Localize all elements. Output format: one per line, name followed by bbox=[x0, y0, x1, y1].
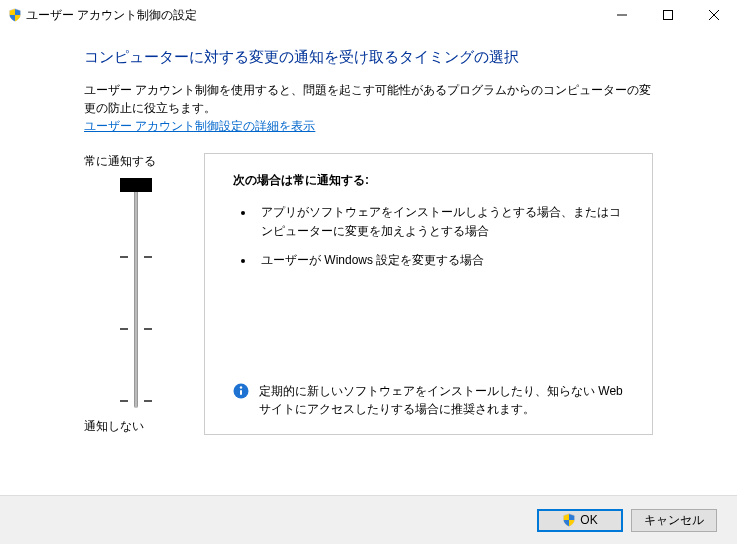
svg-rect-5 bbox=[240, 390, 242, 395]
info-icon bbox=[233, 383, 249, 399]
slider-tick bbox=[144, 400, 152, 402]
uac-slider[interactable] bbox=[84, 178, 204, 408]
ok-button[interactable]: OK bbox=[537, 509, 623, 532]
slider-column: 常に通知する 通知しない bbox=[84, 153, 204, 435]
slider-tick bbox=[120, 400, 128, 402]
slider-tick bbox=[144, 328, 152, 330]
description-line: ユーザー アカウント制御を使用すると、問題を起こす可能性があるプログラムからのコ… bbox=[84, 83, 651, 115]
cancel-button[interactable]: キャンセル bbox=[631, 509, 717, 532]
slider-tick bbox=[120, 328, 128, 330]
recommendation-row: 定期的に新しいソフトウェアをインストールしたり、知らない Web サイトにアクセ… bbox=[233, 382, 632, 418]
uac-shield-icon bbox=[8, 8, 22, 22]
content-area: コンピューターに対する変更の通知を受け取るタイミングの選択 ユーザー アカウント… bbox=[0, 30, 737, 435]
recommendation-text: 定期的に新しいソフトウェアをインストールしたり、知らない Web サイトにアクセ… bbox=[259, 382, 632, 418]
dialog-footer: OK キャンセル bbox=[0, 495, 737, 544]
ok-button-label: OK bbox=[580, 513, 597, 527]
uac-shield-icon bbox=[562, 513, 576, 527]
close-button[interactable] bbox=[691, 0, 737, 30]
slider-tick bbox=[120, 256, 128, 258]
page-heading: コンピューターに対する変更の通知を受け取るタイミングの選択 bbox=[84, 48, 653, 67]
svg-rect-1 bbox=[664, 11, 673, 20]
minimize-button[interactable] bbox=[599, 0, 645, 30]
slider-track bbox=[134, 178, 138, 408]
panel-bullet-list: アプリがソフトウェアをインストールしようとする場合、またはコンピューターに変更を… bbox=[233, 203, 632, 281]
notification-panel: 次の場合は常に通知する: アプリがソフトウェアをインストールしようとする場合、ま… bbox=[204, 153, 653, 435]
learn-more-link[interactable]: ユーザー アカウント制御設定の詳細を表示 bbox=[84, 119, 315, 133]
slider-bottom-label: 通知しない bbox=[84, 418, 204, 435]
panel-title: 次の場合は常に通知する: bbox=[233, 172, 632, 189]
cancel-button-label: キャンセル bbox=[644, 512, 704, 529]
slider-top-label: 常に通知する bbox=[84, 153, 204, 170]
slider-thumb[interactable] bbox=[120, 178, 152, 192]
maximize-button[interactable] bbox=[645, 0, 691, 30]
titlebar: ユーザー アカウント制御の設定 bbox=[0, 0, 737, 30]
slider-tick bbox=[144, 256, 152, 258]
svg-point-6 bbox=[240, 386, 242, 388]
description-text: ユーザー アカウント制御を使用すると、問題を起こす可能性があるプログラムからのコ… bbox=[84, 81, 653, 135]
panel-bullet: ユーザーが Windows 設定を変更する場合 bbox=[255, 251, 632, 270]
window-title: ユーザー アカウント制御の設定 bbox=[22, 7, 599, 24]
panel-bullet: アプリがソフトウェアをインストールしようとする場合、またはコンピューターに変更を… bbox=[255, 203, 632, 241]
